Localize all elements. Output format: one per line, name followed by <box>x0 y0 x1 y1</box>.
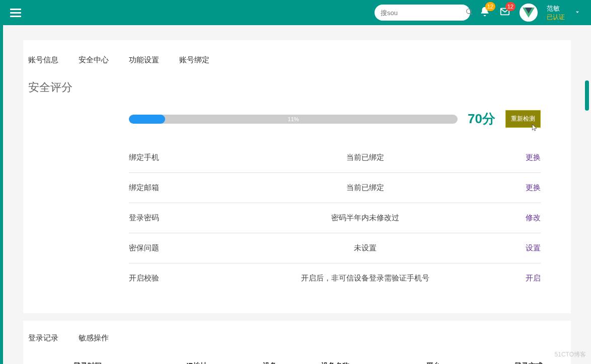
login-records-card: 登录记录 敏感操作 登录时间 IP地址 设备 设备名称 平台 登录方式 <box>23 321 571 364</box>
si-status: 当前已绑定 <box>219 183 510 193</box>
header-right: 12 12 范敏 已认证 <box>375 4 581 22</box>
th-login-time: 登录时间 <box>28 361 149 364</box>
cursor-icon <box>531 123 538 133</box>
scrollbar-thumb[interactable] <box>585 80 589 111</box>
tab-account-info[interactable]: 账号信息 <box>28 55 58 65</box>
si-action-modify-password[interactable]: 修改 <box>510 213 541 223</box>
score-row: 11% 70分 重新检测 <box>23 110 571 143</box>
si-label: 绑定邮箱 <box>129 183 219 193</box>
top-header: 12 12 范敏 已认证 <box>0 0 591 25</box>
security-item-password: 登录密码 密码半年内未修改过 修改 <box>129 203 541 233</box>
watermark: 51CTO博客 <box>555 350 586 359</box>
tab-security-center[interactable]: 安全中心 <box>79 55 109 65</box>
tab-account-binding[interactable]: 账号绑定 <box>179 55 209 65</box>
tab-sensitive-ops[interactable]: 敏感操作 <box>79 333 109 343</box>
hamburger-menu-icon[interactable] <box>10 9 21 17</box>
si-status: 未设置 <box>219 243 510 253</box>
security-progress-bar: 11% <box>129 115 458 124</box>
section-title: 安全评分 <box>23 75 571 110</box>
security-item-email: 绑定邮箱 当前已绑定 更换 <box>129 173 541 203</box>
progress-fill <box>129 115 165 124</box>
user-info: 范敏 已认证 <box>547 4 565 22</box>
security-card: 账号信息 安全中心 功能设置 账号绑定 安全评分 11% 70分 重新检测 <box>23 40 571 313</box>
search-icon[interactable] <box>465 8 473 18</box>
username: 范敏 <box>547 4 565 13</box>
verified-status: 已认证 <box>547 13 565 22</box>
search-box[interactable] <box>375 5 470 21</box>
svg-point-0 <box>467 9 471 14</box>
records-tabs: 登录记录 敏感操作 <box>28 333 566 355</box>
si-status: 密码半年内未修改过 <box>219 213 510 223</box>
tab-feature-settings[interactable]: 功能设置 <box>129 55 159 65</box>
security-item-question: 密保问题 未设置 设置 <box>129 233 541 263</box>
recheck-button[interactable]: 重新检测 <box>505 110 541 128</box>
table-headers: 登录时间 IP地址 设备 设备名称 平台 登录方式 <box>28 355 566 364</box>
si-label: 绑定手机 <box>129 153 219 162</box>
th-device-name: 设备名称 <box>295 361 376 364</box>
th-platform: 平台 <box>376 361 491 364</box>
th-login-method: 登录方式 <box>491 361 566 364</box>
progress-label: 11% <box>288 116 299 122</box>
recheck-label: 重新检测 <box>511 115 535 122</box>
si-action-change-email[interactable]: 更换 <box>510 183 541 193</box>
vue-logo-icon <box>523 8 535 18</box>
security-list: 绑定手机 当前已绑定 更换 绑定邮箱 当前已绑定 更换 登录密码 密码半年内未修… <box>23 143 571 293</box>
si-status: 当前已绑定 <box>219 153 510 162</box>
si-label: 登录密码 <box>129 213 219 223</box>
score-value: 70分 <box>468 110 495 128</box>
svg-line-1 <box>471 13 472 15</box>
search-input[interactable] <box>381 9 465 17</box>
si-action-enable-verify[interactable]: 开启 <box>510 274 541 283</box>
si-action-set-question[interactable]: 设置 <box>510 243 541 253</box>
mail-badge: 12 <box>505 2 515 11</box>
tab-login-records[interactable]: 登录记录 <box>28 333 58 343</box>
security-item-verify: 开启校验 开启后，非可信设备登录需验证手机号 开启 <box>129 263 541 293</box>
avatar[interactable] <box>520 4 538 22</box>
main-tabs: 账号信息 安全中心 功能设置 账号绑定 <box>23 55 571 75</box>
bell-badge: 12 <box>485 2 495 11</box>
si-label: 开启校验 <box>129 274 219 283</box>
si-action-change-phone[interactable]: 更换 <box>510 153 541 162</box>
chevron-down-icon[interactable] <box>574 9 581 17</box>
th-device: 设备 <box>245 361 295 364</box>
si-label: 密保问题 <box>129 243 219 253</box>
mail-icon[interactable]: 12 <box>499 6 510 19</box>
bell-icon[interactable]: 12 <box>479 6 490 19</box>
th-ip-address: IP地址 <box>149 361 245 364</box>
main-content: 账号信息 安全中心 功能设置 账号绑定 安全评分 11% 70分 重新检测 <box>3 25 591 364</box>
security-item-phone: 绑定手机 当前已绑定 更换 <box>129 143 541 173</box>
si-status: 开启后，非可信设备登录需验证手机号 <box>219 274 510 283</box>
